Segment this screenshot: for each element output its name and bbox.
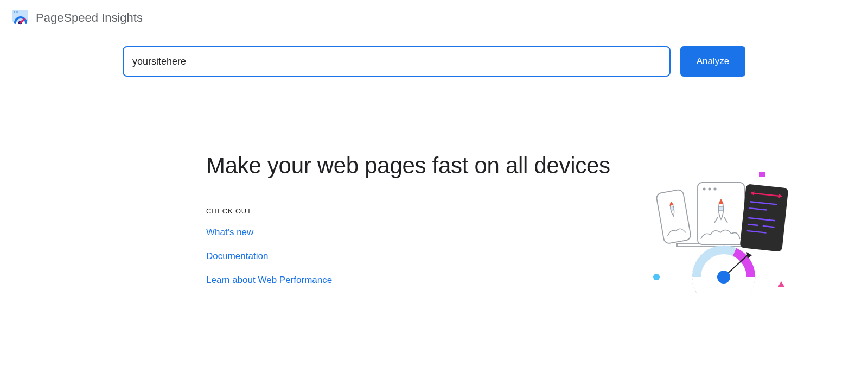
checkout-label: CHECK OUT <box>206 207 610 215</box>
svg-rect-4 <box>760 172 765 177</box>
svg-rect-2 <box>16 11 18 13</box>
app-title: PageSpeed Insights <box>36 11 143 25</box>
search-row: Analyze <box>0 36 868 77</box>
pagespeed-logo-icon <box>12 10 28 26</box>
svg-point-11 <box>714 188 717 191</box>
link-documentation[interactable]: Documentation <box>206 251 610 262</box>
svg-point-5 <box>653 274 660 280</box>
url-input[interactable] <box>123 46 671 77</box>
page-headline: Make your web pages fast on all devices <box>206 153 610 179</box>
svg-point-9 <box>703 188 706 191</box>
svg-point-13 <box>719 206 723 211</box>
link-whats-new[interactable]: What's new <box>206 227 610 238</box>
hero-illustration <box>640 168 792 293</box>
text-column: Make your web pages fast on all devices … <box>206 153 610 286</box>
svg-point-10 <box>709 188 711 191</box>
svg-point-16 <box>671 207 674 211</box>
analyze-button[interactable]: Analyze <box>680 46 745 77</box>
header: PageSpeed Insights <box>0 0 868 36</box>
link-web-performance[interactable]: Learn about Web Performance <box>206 275 610 286</box>
svg-point-29 <box>717 271 730 284</box>
svg-marker-6 <box>778 281 784 287</box>
svg-rect-1 <box>14 11 15 13</box>
links-list: What's new Documentation Learn about Web… <box>206 227 610 286</box>
